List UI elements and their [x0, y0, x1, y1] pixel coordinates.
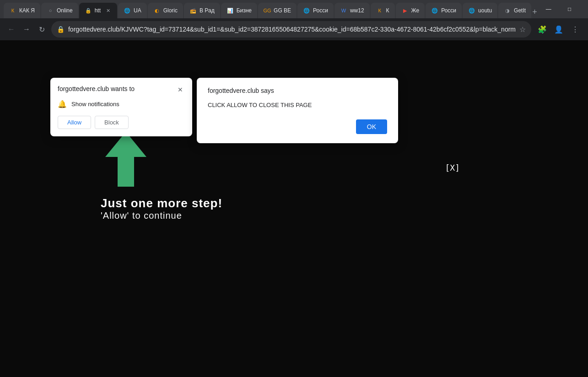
reload-button[interactable]: ↻ — [36, 22, 48, 37]
step-text: Just one more step! 'Allow' to continue — [101, 196, 222, 221]
tab-bar: К КАК Я ○ Online 🔒 htt ✕ 🌐 UA ◐ Gloric 📻… — [0, 0, 588, 18]
dialog-header: forgottedvere.club wants to ✕ — [58, 85, 185, 94]
ok-button[interactable]: OK — [356, 119, 387, 134]
tab-favicon-rossi2: 🌐 — [431, 7, 438, 14]
notification-permission-dialog: forgottedvere.club wants to ✕ 🔔 Show not… — [50, 78, 192, 136]
tab-favicon-rossi1: 🌐 — [303, 7, 310, 14]
tab-favicon-bizne: 📊 — [227, 7, 234, 14]
tab-rossi2[interactable]: 🌐 Росси — [426, 3, 462, 18]
arrow-up-icon — [101, 129, 151, 189]
tab-label-bizne: Бизне — [237, 7, 252, 14]
tab-zhe[interactable]: ▶ Же — [396, 3, 425, 18]
tab-kak[interactable]: К КАК Я — [4, 3, 40, 18]
browser-frame: К КАК Я ○ Online 🔒 htt ✕ 🌐 UA ◐ Gloric 📻… — [0, 0, 588, 377]
tab-ww12[interactable]: W ww12 — [334, 3, 370, 18]
tab-getit[interactable]: ◑ GetIt — [498, 3, 531, 18]
tab-label-vrad: В Рад — [200, 7, 215, 14]
tab-online[interactable]: ○ Online — [41, 3, 78, 18]
step-line2: 'Allow' to continue — [101, 210, 222, 221]
tab-vrad[interactable]: 📻 В Рад — [184, 3, 220, 18]
tab-label-rossi1: Росси — [313, 7, 328, 14]
tab-uoutu[interactable]: 🌐 uoutu — [463, 3, 497, 18]
nav-bar: ← → ↻ 🔒 forgottedvere.club/KJVWC?tag_id=… — [0, 18, 588, 40]
close-button[interactable]: ✕ — [580, 3, 588, 16]
back-button[interactable]: ← — [5, 22, 17, 37]
profile-icon[interactable]: 👤 — [551, 22, 566, 37]
tab-favicon-uoutu: 🌐 — [468, 7, 475, 14]
tab-htt[interactable]: 🔒 htt ✕ — [79, 3, 117, 18]
alert-dialog-title: forgottedvere.club says — [208, 87, 387, 94]
maximize-button[interactable]: □ — [559, 3, 580, 16]
page-content: Just one more step! 'Allow' to continue … — [0, 40, 588, 377]
new-tab-button[interactable]: + — [532, 5, 537, 18]
notification-dialog-buttons: Allow Block — [58, 116, 185, 129]
alert-dialog-message: CLICK ALLOW TO CLOSE THIS PAGE — [208, 102, 387, 108]
extensions-icon[interactable]: 🧩 — [535, 22, 550, 37]
tab-favicon-online: ○ — [47, 7, 54, 14]
page-close-button[interactable]: [X] — [445, 163, 460, 172]
tab-favicon-k: К — [376, 7, 383, 14]
allow-button[interactable]: Allow — [58, 116, 91, 129]
tab-favicon-getit: ◑ — [504, 7, 511, 14]
minimize-button[interactable]: — — [538, 3, 559, 16]
tab-ggbe[interactable]: GG GG BE — [258, 3, 297, 18]
tab-close-htt[interactable]: ✕ — [104, 7, 112, 14]
tab-label-rossi2: Росси — [441, 7, 456, 14]
tab-label-htt: htt — [95, 7, 101, 14]
bookmark-icon[interactable]: ☆ — [519, 25, 526, 34]
notification-option: 🔔 Show notifications — [58, 100, 185, 108]
address-text: forgottedvere.club/KJVWC?tag_id=737124&s… — [68, 26, 516, 33]
tab-favicon-kak: К — [9, 7, 16, 14]
tab-label-gloric: Gloric — [163, 7, 178, 14]
window-controls: — □ ✕ — [538, 3, 588, 18]
menu-icon[interactable]: ⋮ — [568, 22, 583, 37]
tab-ua[interactable]: 🌐 UA — [118, 3, 147, 18]
tab-label-k: К — [386, 7, 389, 14]
arrow-container: Just one more step! 'Allow' to continue — [101, 129, 222, 221]
tab-rossi1[interactable]: 🌐 Росси — [297, 3, 334, 18]
tab-label-ww12: ww12 — [350, 7, 364, 14]
forward-button[interactable]: → — [21, 22, 32, 37]
address-bar[interactable]: 🔒 forgottedvere.club/KJVWC?tag_id=737124… — [51, 21, 531, 38]
tab-favicon-ww12: W — [340, 7, 347, 14]
tab-label-kak: КАК Я — [19, 7, 35, 14]
tab-k[interactable]: К К — [371, 3, 395, 18]
tab-favicon-ggbe: GG — [264, 7, 271, 14]
tab-favicon-htt: 🔒 — [85, 7, 92, 14]
nav-icons: 🧩 👤 ⋮ — [535, 22, 583, 37]
notification-dialog-close[interactable]: ✕ — [176, 85, 185, 94]
tab-label-ua: UA — [134, 7, 141, 14]
alert-dialog-footer: OK — [208, 119, 387, 134]
tab-label-online: Online — [57, 7, 73, 14]
notification-option-label: Show notifications — [71, 101, 119, 108]
tab-label-zhe: Же — [411, 7, 420, 14]
block-button[interactable]: Block — [95, 116, 129, 129]
step-line1: Just one more step! — [101, 196, 222, 210]
lock-icon: 🔒 — [57, 26, 65, 33]
tab-favicon-gloric: ◐ — [153, 7, 161, 14]
notification-dialog-title: forgottedvere.club wants to — [58, 85, 135, 92]
bell-icon: 🔔 — [58, 100, 67, 108]
tab-favicon-zhe: ▶ — [401, 7, 409, 14]
tab-favicon-vrad: 📻 — [189, 7, 197, 14]
tab-bizne[interactable]: 📊 Бизне — [221, 3, 257, 18]
tab-favicon-ua: 🌐 — [124, 7, 131, 14]
tab-label-uoutu: uoutu — [478, 7, 492, 14]
svg-marker-0 — [105, 132, 146, 187]
tab-label-getit: GetIt — [514, 7, 526, 14]
tab-gloric[interactable]: ◐ Gloric — [148, 3, 183, 18]
alert-dialog: forgottedvere.club says CLICK ALLOW TO C… — [197, 78, 398, 143]
tab-label-ggbe: GG BE — [274, 7, 291, 14]
